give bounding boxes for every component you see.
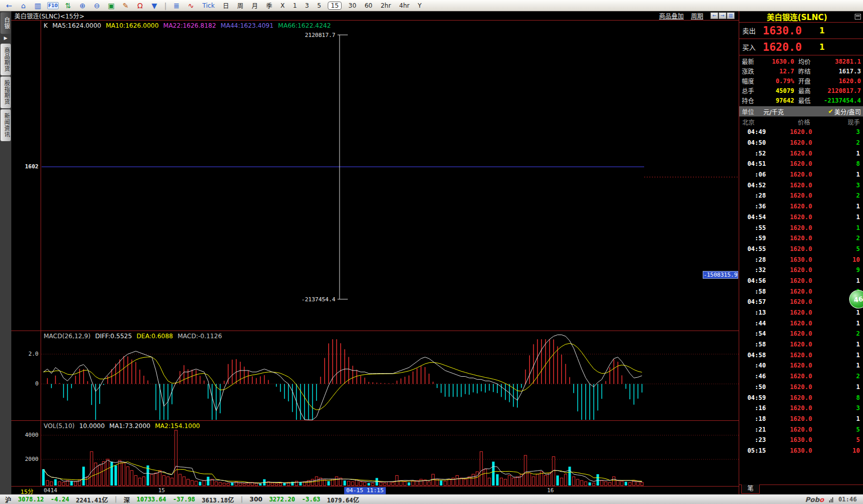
volume-panel[interactable]: 40002000 VOL(5,10)10.0000MA1:73.2000MA2:… <box>11 421 739 487</box>
tick-price: 1620.0 <box>766 373 812 380</box>
tick-price: 1620.0 <box>766 192 812 199</box>
period-button-月[interactable]: 月 <box>250 1 259 10</box>
period-button-3[interactable]: 3 <box>304 2 311 10</box>
period-button-周[interactable]: 周 <box>236 1 245 10</box>
tick-row[interactable]: 04:521620.03 <box>739 180 863 190</box>
tick-row[interactable]: :581620.01 <box>739 339 863 350</box>
tick-row[interactable]: :521620.01 <box>739 148 863 159</box>
period-button-15[interactable]: 15 <box>328 2 342 10</box>
back-icon[interactable]: ← <box>4 1 14 11</box>
kline-chart[interactable]: 2120817.7-2137454.4 <box>42 21 739 331</box>
period-button-30[interactable]: 30 <box>347 2 358 10</box>
bell-icon[interactable]: Ω <box>135 1 145 11</box>
sidebar-tab-2[interactable]: 新闻资讯 <box>1 109 11 141</box>
tick-row[interactable]: 04:541620.01 <box>739 212 863 223</box>
funnel-icon[interactable]: ▼ <box>149 1 159 11</box>
tick-row[interactable]: :061620.01 <box>739 169 863 180</box>
bi-tab[interactable]: 笔 <box>741 484 760 494</box>
sidebar-tab-1[interactable]: 股指期货 <box>1 76 11 108</box>
tick-row[interactable]: 05:151630.010 <box>739 445 863 456</box>
tick-row[interactable]: :551620.01 <box>739 222 863 233</box>
sidebar-tab-active[interactable]: 白银 <box>1 12 11 34</box>
period-button-Tick[interactable]: Tick <box>201 2 216 10</box>
tick-row[interactable]: 04:551620.05 <box>739 244 863 255</box>
tick-row[interactable]: 04:561620.01 <box>739 276 863 286</box>
tick-price: 1620.0 <box>766 383 812 391</box>
zoom-in-icon[interactable]: ⊕ <box>78 1 87 11</box>
unit-left-option[interactable]: 元/千克 <box>763 107 784 116</box>
stat-row: 幅度0.79%开盘1620.0 <box>739 76 863 86</box>
quote-list-icon[interactable]: ≣ <box>172 1 181 11</box>
tick-row[interactable]: :211620.05 <box>739 424 863 435</box>
tick-row[interactable]: :501620.01 <box>739 382 863 393</box>
split-window-button[interactable]: ▥ <box>727 12 735 19</box>
scroll-left-button[interactable]: ← <box>710 12 718 19</box>
tick-row[interactable]: 04:571620.01 <box>739 297 863 307</box>
tick-row[interactable]: 04:581620.01 <box>739 350 863 360</box>
tick-row[interactable]: :461620.02 <box>739 371 863 382</box>
tick-row[interactable]: :591620.02 <box>739 233 863 244</box>
overlay-link[interactable]: 商品叠加 <box>659 11 684 20</box>
tick-list[interactable]: 04:491620.0304:501620.02:521620.0104:511… <box>739 127 863 456</box>
chart-line-icon[interactable]: ∿ <box>186 1 196 11</box>
tick-row[interactable]: :581620.02 <box>739 286 863 297</box>
tick-row[interactable]: :131620.01 <box>739 307 863 318</box>
tick-row[interactable]: 04:491620.03 <box>739 127 863 138</box>
f10-icon[interactable]: F10 <box>47 2 59 9</box>
sidebar-tab-0[interactable]: 商品期货 <box>1 44 11 75</box>
tick-row[interactable]: :321620.09 <box>739 265 863 276</box>
tick-row[interactable]: :181620.01 <box>739 414 863 424</box>
book-icon[interactable]: ▥ <box>33 1 43 11</box>
period-button-60[interactable]: 60 <box>363 2 374 10</box>
zoom-out-icon[interactable]: ⊖ <box>92 1 102 11</box>
tick-row[interactable]: :441620.01 <box>739 318 863 328</box>
bid-row[interactable]: 买入 1620.0 1 <box>739 39 863 55</box>
refresh-arrows-icon[interactable]: ⇅ <box>63 1 73 11</box>
stat-value: 97642 <box>760 97 794 104</box>
tick-time: :28 <box>739 256 766 263</box>
kline-panel[interactable]: 1602 2120817.7-2137454.4 KMA5:1624.0000M… <box>11 21 739 331</box>
tick-row[interactable]: :361620.01 <box>739 201 863 212</box>
scroll-right-button[interactable]: → <box>719 12 726 19</box>
tick-row[interactable]: :231630.05 <box>739 435 863 445</box>
tick-price: 1620.0 <box>766 245 812 253</box>
index-name[interactable]: 深 <box>124 495 130 504</box>
edit-icon[interactable]: ✎ <box>121 1 130 11</box>
restore-window-icon[interactable] <box>855 14 861 20</box>
tick-price: 1620.0 <box>766 224 812 231</box>
index-name[interactable]: 沪 <box>5 495 11 504</box>
bid-label: 买入 <box>742 42 763 52</box>
expand-arrow-icon[interactable]: ▶ <box>0 35 11 41</box>
ask-row[interactable]: 卖出 1630.0 1 <box>739 23 863 39</box>
tick-row[interactable]: :281630.010 <box>739 254 863 265</box>
period-button-4hr[interactable]: 4hr <box>398 2 411 10</box>
macd-chart[interactable] <box>42 331 739 421</box>
period-button-X[interactable]: X <box>279 2 286 10</box>
tick-row[interactable]: :281620.02 <box>739 190 863 201</box>
tick-row[interactable]: 04:511620.08 <box>739 159 863 169</box>
tick-row[interactable]: :401620.01 <box>739 360 863 371</box>
tick-price: 1620.0 <box>766 362 812 369</box>
period-button-日[interactable]: 日 <box>221 1 231 10</box>
tick-row[interactable]: :161620.03 <box>739 403 863 414</box>
period-button-季[interactable]: 季 <box>265 1 274 10</box>
period-button-1[interactable]: 1 <box>291 2 298 10</box>
unit-right-option[interactable]: 美分/盎司 <box>834 107 861 116</box>
volume-chart[interactable] <box>42 421 739 487</box>
indicator-value: DIFF:0.5525 <box>95 333 132 340</box>
index-name[interactable]: 300 <box>250 496 262 503</box>
home-icon[interactable]: ⌂ <box>18 1 28 11</box>
tick-row[interactable]: 04:501620.02 <box>739 138 863 148</box>
period-link[interactable]: 周期 <box>691 11 703 20</box>
unit-row[interactable]: 单位 元/千克 ✔ 美分/盎司 <box>739 106 863 117</box>
period-button-5[interactable]: 5 <box>315 2 323 10</box>
layers-icon[interactable]: ▣ <box>106 1 116 11</box>
tick-row[interactable]: :541620.02 <box>739 328 863 339</box>
toolbar: ←⌂▥F10⇅⊕⊖▣✎Ω▼|≣∿ Tick日周月季X1351530602hr4h… <box>0 0 863 11</box>
period-button-2hr[interactable]: 2hr <box>379 2 392 10</box>
tick-time: :55 <box>739 224 766 231</box>
macd-panel[interactable]: 2.00 MACD(26,12,9)DIFF:0.5525DEA:0.6088M… <box>11 331 739 421</box>
index-turnover: 1079.64亿 <box>327 495 360 504</box>
period-button-Y[interactable]: Y <box>416 2 423 10</box>
tick-row[interactable]: 04:591620.08 <box>739 392 863 403</box>
